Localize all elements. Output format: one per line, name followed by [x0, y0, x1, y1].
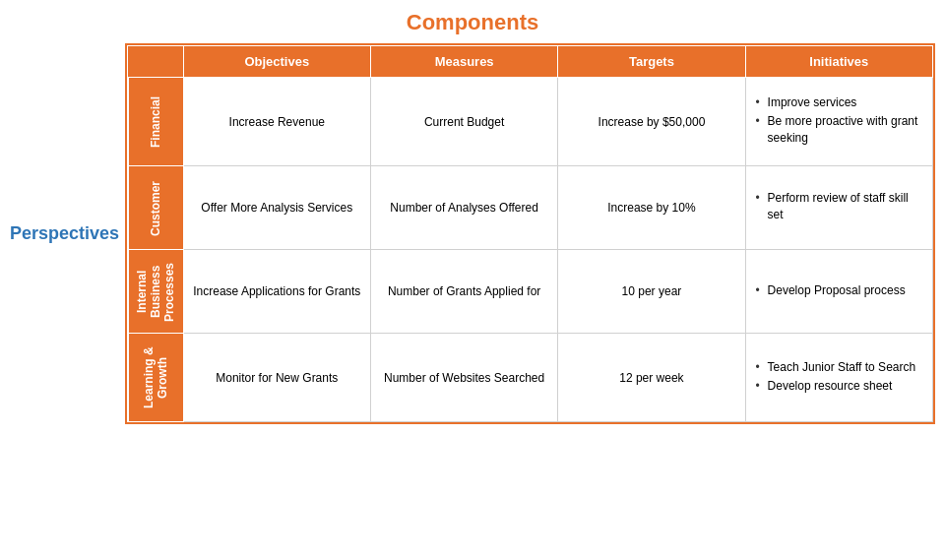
measure-cell: Number of Grants Applied for	[370, 250, 557, 334]
objective-cell: Monitor for New Grants	[183, 334, 370, 422]
header-perspective	[128, 46, 184, 78]
table-row: Learning & GrowthMonitor for New GrantsN…	[128, 334, 933, 422]
main-layout: Perspectives Objectives Measures Targets…	[10, 43, 935, 424]
header-objectives: Objectives	[183, 46, 370, 78]
perspective-cell: Financial	[128, 78, 184, 166]
header-measures: Measures	[370, 46, 557, 78]
objective-cell: Increase Revenue	[183, 78, 370, 166]
header-row: Objectives Measures Targets Initiatives	[128, 46, 933, 78]
target-cell: Increase by 10%	[558, 166, 745, 250]
measure-cell: Number of Analyses Offered	[370, 166, 557, 250]
target-cell: Increase by $50,000	[558, 78, 745, 166]
perspectives-label: Perspectives	[10, 223, 119, 244]
header-targets: Targets	[558, 46, 745, 78]
initiative-item: Be more proactive with grant seeking	[756, 113, 922, 147]
objective-cell: Offer More Analysis Services	[183, 166, 370, 250]
initiative-cell: Teach Junior Staff to SearchDevelop reso…	[745, 334, 932, 422]
perspective-cell: Customer	[128, 166, 184, 250]
table-wrapper: Objectives Measures Targets Initiatives …	[125, 43, 935, 424]
perspective-cell: Learning & Growth	[128, 334, 184, 422]
objective-cell: Increase Applications for Grants	[183, 250, 370, 334]
table-row: Internal Business ProcessesIncrease Appl…	[128, 250, 933, 334]
initiative-item: Develop resource sheet	[756, 378, 922, 395]
target-cell: 10 per year	[558, 250, 745, 334]
initiative-cell: Develop Proposal process	[745, 250, 932, 334]
header-initiatives: Initiatives	[745, 46, 932, 78]
page-title: Components	[407, 10, 538, 35]
initiative-item: Improve services	[756, 94, 922, 111]
initiative-item: Teach Junior Staff to Search	[756, 359, 922, 376]
initiative-item: Perform review of staff skill set	[756, 190, 922, 223]
perspective-cell: Internal Business Processes	[128, 250, 184, 334]
initiative-item: Develop Proposal process	[756, 282, 922, 299]
measure-cell: Current Budget	[370, 78, 557, 166]
table-row: CustomerOffer More Analysis ServicesNumb…	[128, 166, 933, 250]
initiative-cell: Improve servicesBe more proactive with g…	[745, 78, 932, 166]
target-cell: 12 per week	[558, 334, 745, 422]
measure-cell: Number of Websites Searched	[370, 334, 557, 422]
initiative-cell: Perform review of staff skill set	[745, 166, 932, 250]
components-table: Objectives Measures Targets Initiatives …	[127, 45, 933, 422]
table-row: FinancialIncrease RevenueCurrent BudgetI…	[128, 78, 933, 166]
page-container: Components Perspectives Objectives Measu…	[0, 0, 945, 560]
